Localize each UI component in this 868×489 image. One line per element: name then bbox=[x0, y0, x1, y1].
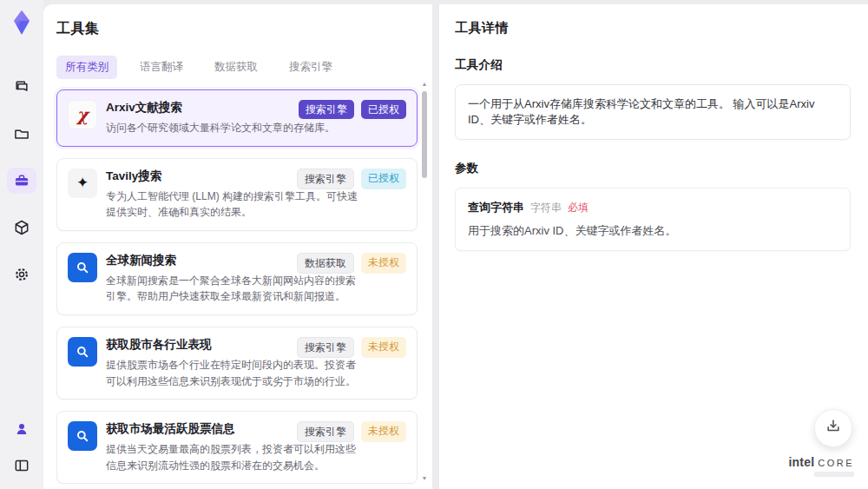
panel-toggle-icon bbox=[13, 457, 30, 474]
sidebar-item-account[interactable] bbox=[7, 416, 36, 442]
category-tabs: 所有类别 语言翻译 数据获取 搜索引擎 bbox=[56, 56, 432, 79]
intro-text: 一个用于从Arxiv存储库搜索科学论文和文章的工具。 输入可以是Arxiv ID… bbox=[455, 84, 851, 140]
sidebar-item-chat[interactable] bbox=[7, 74, 36, 100]
intro-heading: 工具介绍 bbox=[455, 57, 851, 73]
tool-card-sector-performance[interactable]: 获取股市各行业表现 提供股票市场各个行业在特定时间段内的表现。投资者可以利用这些… bbox=[56, 327, 418, 400]
list-scrollbar[interactable]: ▲ ▼ bbox=[421, 81, 428, 482]
params-heading: 参数 bbox=[455, 161, 851, 176]
download-button[interactable] bbox=[814, 409, 852, 447]
tool-description: 访问各个研究领域大量科学论文和文章的存储库。 bbox=[106, 120, 363, 136]
sidebar-item-packages[interactable] bbox=[7, 215, 36, 241]
page-title: 工具集 bbox=[56, 20, 432, 38]
sidebar-item-tools[interactable] bbox=[7, 168, 36, 194]
auth-status-badge: 未授权 bbox=[361, 337, 406, 358]
category-badge: 搜索引擎 bbox=[297, 421, 354, 442]
tool-list-pane: 工具集 所有类别 语言翻译 数据获取 搜索引擎 χ Arxiv文献搜索 访问各个… bbox=[43, 4, 432, 489]
param-description: 用于搜索的Arxiv ID、关键字或作者姓名。 bbox=[468, 223, 838, 239]
tool-description: 专为人工智能代理 (LLM) 构建的搜索引擎工具。可快速提供实时、准确和真实的结… bbox=[106, 188, 363, 221]
category-badge: 数据获取 bbox=[297, 253, 354, 274]
sidebar-item-files[interactable] bbox=[7, 121, 36, 147]
folder-icon bbox=[13, 125, 30, 142]
auth-status-badge: 已授权 bbox=[361, 100, 406, 119]
app-logo-icon[interactable] bbox=[7, 8, 36, 37]
tool-card-most-active-stocks[interactable]: 获取市场最活跃股票信息 提供当天交易量最高的股票列表，投资者可以利用这些信息来识… bbox=[56, 411, 418, 484]
auth-status-badge: 未授权 bbox=[361, 253, 406, 274]
category-badge: 搜索引擎 bbox=[297, 169, 354, 189]
param-name: 查询字符串 bbox=[468, 200, 524, 215]
tool-list: χ Arxiv文献搜索 访问各个研究领域大量科学论文和文章的存储库。 搜索引擎 … bbox=[56, 89, 418, 489]
detail-title: 工具详情 bbox=[455, 20, 851, 36]
category-badge: 搜索引擎 bbox=[299, 100, 354, 119]
package-icon bbox=[13, 219, 30, 236]
intel-core-logo: intel core bbox=[788, 455, 854, 477]
tool-description: 全球新闻搜索是一个聚合全球各大新闻网站内容的搜索引擎。帮助用户快速获取全球最新资… bbox=[106, 273, 363, 305]
chat-icon bbox=[13, 78, 30, 96]
search-tool-icon bbox=[68, 337, 97, 367]
tavily-icon: ✦ bbox=[68, 169, 97, 198]
core-logo-text: core bbox=[818, 458, 854, 468]
user-icon bbox=[14, 421, 30, 437]
tool-detail-pane: 工具详情 工具介绍 一个用于从Arxiv存储库搜索科学论文和文章的工具。 输入可… bbox=[439, 4, 868, 489]
collapse-panel-button[interactable] bbox=[7, 453, 36, 479]
gear-icon bbox=[13, 266, 30, 283]
arxiv-icon: χ bbox=[68, 100, 97, 129]
scrollbar-thumb[interactable] bbox=[422, 91, 427, 178]
param-type: 字符串 bbox=[530, 201, 562, 215]
tool-description: 提供当天交易量最高的股票列表，投资者可以利用这些信息来识别流动性强的股票和潜在的… bbox=[106, 441, 363, 473]
tool-card-global-news[interactable]: 全球新闻搜索 全球新闻搜索是一个聚合全球各大新闻网站内容的搜索引擎。帮助用户快速… bbox=[56, 242, 418, 315]
tab-all-categories[interactable]: 所有类别 bbox=[56, 56, 117, 79]
intel-logo-text: intel bbox=[788, 455, 814, 469]
tool-card-tavily[interactable]: ✦ Tavily搜索 专为人工智能代理 (LLM) 构建的搜索引擎工具。可快速提… bbox=[56, 158, 418, 231]
tool-card-arxiv[interactable]: χ Arxiv文献搜索 访问各个研究领域大量科学论文和文章的存储库。 搜索引擎 … bbox=[56, 89, 418, 147]
app-rail bbox=[0, 0, 43, 489]
scroll-up-icon[interactable]: ▲ bbox=[421, 81, 428, 88]
param-card: 查询字符串 字符串 必填 用于搜索的Arxiv ID、关键字或作者姓名。 bbox=[455, 188, 851, 251]
search-tool-icon bbox=[68, 253, 97, 282]
tab-search-engine[interactable]: 搜索引擎 bbox=[280, 56, 341, 79]
main-shell: 工具集 所有类别 语言翻译 数据获取 搜索引擎 χ Arxiv文献搜索 访问各个… bbox=[43, 4, 868, 489]
sidebar-item-settings[interactable] bbox=[7, 261, 36, 287]
search-tool-icon bbox=[68, 421, 97, 451]
auth-status-badge: 未授权 bbox=[361, 421, 406, 442]
download-icon bbox=[825, 418, 842, 439]
toolbox-icon bbox=[13, 172, 30, 189]
tab-data-fetch[interactable]: 数据获取 bbox=[206, 56, 266, 79]
scroll-down-icon[interactable]: ▼ bbox=[421, 475, 428, 482]
intel-logo-accent bbox=[814, 472, 854, 477]
auth-status-badge: 已授权 bbox=[361, 169, 406, 189]
category-badge: 搜索引擎 bbox=[297, 337, 354, 358]
pane-divider bbox=[432, 4, 439, 489]
tab-language-translation[interactable]: 语言翻译 bbox=[131, 56, 192, 79]
param-required-flag: 必填 bbox=[568, 201, 589, 215]
tool-description: 提供股票市场各个行业在特定时间段内的表现。投资者可以利用这些信息来识别表现优于或… bbox=[106, 357, 363, 389]
